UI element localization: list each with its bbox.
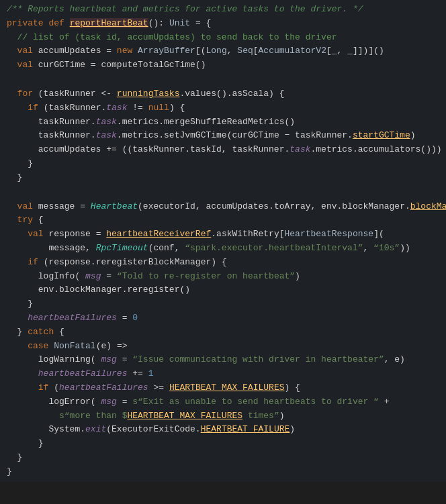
line-close-if3: }: [0, 437, 446, 451]
line-private-def: private def reportHeartBeat(): Unit = {: [0, 17, 446, 31]
line-val-accum: val accumUpdates = new ArrayBuffer[(Long…: [0, 44, 446, 58]
line-if-reregister: if (response.reregisterBlockManager) {: [0, 256, 446, 270]
line-for: for (taskRunner <- runningTasks.values()…: [0, 87, 446, 101]
line-close-catch: }: [0, 451, 446, 465]
line-val-gctime: val curGCTime = computeTotalGcTime(): [0, 58, 446, 72]
line-close-def: }: [0, 465, 446, 479]
line-merge-shuffle: taskRunner.task.metrics.mergeShuffleRead…: [0, 115, 446, 130]
code-editor: /** Reports heartbeat and metrics for ac…: [0, 0, 446, 482]
line-try: try {: [0, 213, 446, 228]
line-logerror: logError( msg = s“Exit as unable to send…: [0, 395, 446, 409]
line-close-for: }: [0, 171, 446, 185]
line-accum-update: accumUpdates += ((taskRunner.taskId, tas…: [0, 143, 446, 157]
line-logerror-cont: s“more than $HEARTBEAT_MAX_FAILURES time…: [0, 409, 446, 423]
comment-header: /** Reports heartbeat and metrics for ac…: [0, 3, 446, 17]
line-heartbeat-failures-inc: heartbeatFailures += 1: [0, 367, 446, 381]
line-close-if: }: [0, 157, 446, 171]
line-heartbeat-failures-zero: heartbeatFailures = 0: [0, 311, 446, 325]
line-message-timeout: message, RpcTimeout(conf, “spark.executo…: [0, 242, 446, 256]
line-env-reregister: env.blockManager.reregister(): [0, 283, 446, 297]
line-system-exit: System.exit(ExecutorExitCode.HEARTBEAT_F…: [0, 423, 446, 437]
line-close-try-brace: } catch {: [0, 325, 446, 340]
line-comment-list: // list of (task id, accumUpdates) to se…: [0, 31, 446, 45]
line-val-message: val message = Heartbeat(executorId, accu…: [0, 200, 446, 214]
line-val-response: val response = heartbeatReceiverRef.askW…: [0, 228, 446, 242]
line-if-max-failures: if (heartbeatFailures >= HEARTBEAT_MAX_F…: [0, 381, 446, 395]
line-close-if2: }: [0, 297, 446, 311]
line-logwarning: logWarning( msg = “Issue communicating w…: [0, 353, 446, 367]
line-case-nonfatal: case NonFatal(e) =>: [0, 340, 446, 354]
line-set-jvm: taskRunner.task.metrics.setJvmGCTime(cur…: [0, 129, 446, 143]
blank-2: [0, 185, 446, 200]
blank-1: [0, 72, 446, 87]
line-if-task: if (taskRunner.task != null) {: [0, 101, 446, 115]
line-loginfo: logInfo( msg = “Told to re-register on h…: [0, 270, 446, 284]
